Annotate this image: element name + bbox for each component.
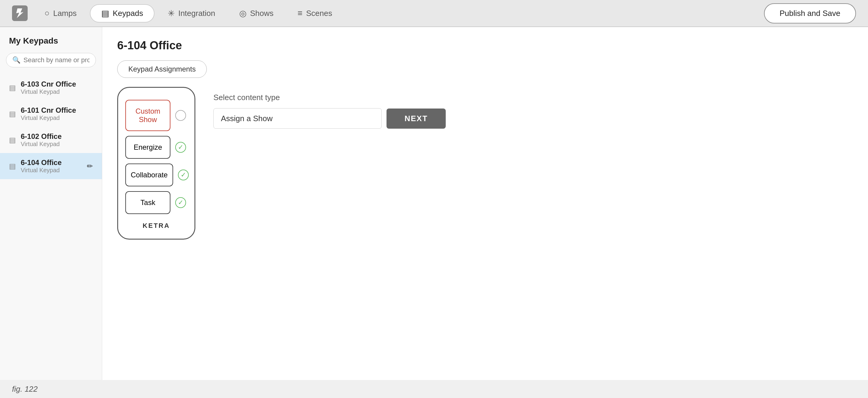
page-title: 6-104 Office [117,39,853,52]
keypad-item-name: 6-101 Cnr Office [21,106,93,115]
search-icon: 🔍 [12,56,21,64]
app-logo [12,5,28,21]
tab-keypads-label: Keypads [113,9,143,18]
content-area: 6-104 Office Keypad Assignments Custom S… [102,27,868,380]
keypad-buttons-list: Custom Show Energize ✓ Collaborate [125,100,187,214]
search-input[interactable] [24,56,90,64]
footer: fig. 122 [0,380,868,398]
keypad-btn-status-1: ✓ [174,141,187,154]
status-check-circle: ✓ [175,197,186,208]
keypad-btn-status-3: ✓ [174,196,187,209]
search-box: 🔍 [6,53,96,67]
keypad-content-area: Custom Show Energize ✓ Collaborate [117,87,853,240]
keypad-brand-label: KETRA [143,222,170,229]
nav-tabs: ○ Lamps ▤ Keypads ✳ Integration ◎ Shows … [34,4,758,23]
tab-shows-label: Shows [250,9,274,18]
keypad-device-icon: ▤ [9,136,16,144]
right-panel: Select content type Assign a Show Assign… [213,87,853,129]
keypad-item-sub: Virtual Keypad [21,88,93,95]
keypad-button-task[interactable]: Task [125,191,170,214]
keypad-button-collaborate[interactable]: Collaborate [125,163,173,186]
keypad-item-name: 6-104 Office [21,158,82,167]
main-container: My Keypads 🔍 ▤ 6-103 Cnr Office Virtual … [0,27,868,380]
lamps-icon: ○ [44,8,50,18]
keypad-row-1: Energize ✓ [125,136,187,159]
keypad-item-name: 6-103 Cnr Office [21,80,93,88]
keypad-item-sub: Virtual Keypad [21,141,93,148]
shows-icon: ◎ [239,8,246,18]
status-empty-circle [175,110,186,121]
tab-shows[interactable]: ◎ Shows [228,5,284,22]
keypad-device-icon: ▤ [9,84,16,92]
keypad-btn-status-2: ✓ [177,169,190,182]
content-type-select[interactable]: Assign a Show Assign a Scene Custom [213,108,382,129]
keypads-icon: ▤ [101,8,109,18]
tab-integration-label: Integration [178,9,215,18]
sidebar-item-6104[interactable]: ▤ 6-104 Office Virtual Keypad ✏ [0,153,102,179]
tab-scenes[interactable]: ≡ Scenes [287,5,343,22]
tab-keypads[interactable]: ▤ Keypads [90,4,154,23]
tab-scenes-label: Scenes [306,9,332,18]
select-row: Assign a Show Assign a Scene Custom NEXT [213,108,853,129]
integration-icon: ✳ [168,8,175,18]
sidebar-item-6102[interactable]: ▤ 6-102 Office Virtual Keypad [0,127,102,153]
edit-icon[interactable]: ✏ [87,162,93,171]
keypad-device-icon: ▤ [9,162,16,171]
tab-keypad-assignments[interactable]: Keypad Assignments [117,60,207,78]
scenes-icon: ≡ [298,8,302,18]
keypad-button-energize[interactable]: Energize [125,136,170,159]
status-check-circle: ✓ [178,170,189,180]
sidebar-item-6101[interactable]: ▤ 6-101 Cnr Office Virtual Keypad [0,101,102,127]
keypad-row-0: Custom Show [125,100,187,131]
keypad-device-icon: ▤ [9,110,16,118]
keypad-btn-status-0 [174,109,187,122]
keypad-button-custom-show[interactable]: Custom Show [125,100,170,131]
tab-lamps-label: Lamps [53,9,76,18]
publish-save-button[interactable]: Publish and Save [764,3,856,24]
sidebar: My Keypads 🔍 ▤ 6-103 Cnr Office Virtual … [0,27,102,380]
tab-bar: Keypad Assignments [117,60,853,78]
keypad-row-3: Task ✓ [125,191,187,214]
keypad-item-sub: Virtual Keypad [21,115,93,121]
tab-integration[interactable]: ✳ Integration [157,5,226,22]
figure-caption: fig. 122 [12,385,37,394]
select-content-type-label: Select content type [213,93,853,102]
status-check-circle: ✓ [175,142,186,153]
keypad-item-sub: Virtual Keypad [21,167,82,174]
tab-lamps[interactable]: ○ Lamps [34,5,88,22]
keypad-row-2: Collaborate ✓ [125,163,187,186]
keypad-device-visual: Custom Show Energize ✓ Collaborate [117,87,195,240]
top-navigation-bar: ○ Lamps ▤ Keypads ✳ Integration ◎ Shows … [0,0,868,27]
sidebar-title: My Keypads [0,36,102,53]
next-button[interactable]: NEXT [386,109,446,129]
keypad-item-name: 6-102 Office [21,132,93,141]
sidebar-item-6103[interactable]: ▤ 6-103 Cnr Office Virtual Keypad [0,74,102,101]
